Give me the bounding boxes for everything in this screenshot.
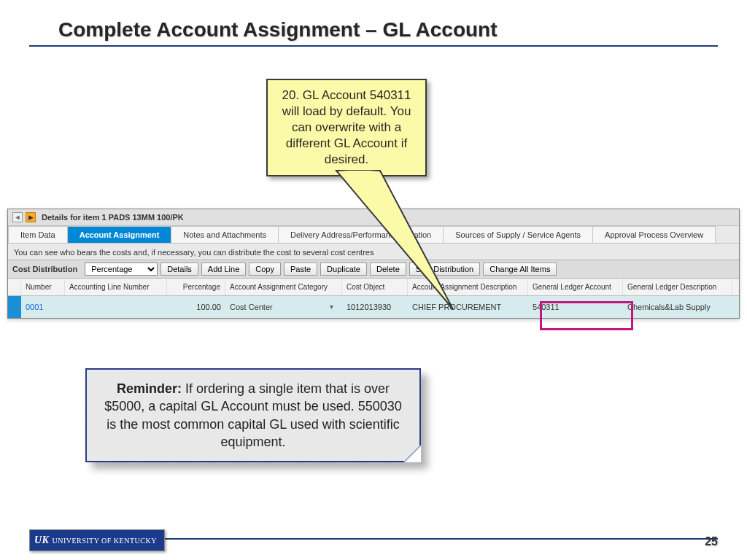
cell-number[interactable]: 0001 bbox=[21, 300, 65, 314]
page-title: Complete Account Assignment – GL Account bbox=[29, 0, 718, 47]
col-assignment-category: Account Assignment Category bbox=[225, 279, 342, 295]
copy-button[interactable]: Copy bbox=[249, 262, 281, 276]
col-accounting-line-number: Accounting Line Number bbox=[65, 279, 167, 295]
cost-distribution-label: Cost Distribution bbox=[12, 265, 77, 273]
col-general-ledger-description: General Ledger Description bbox=[623, 279, 732, 295]
uk-logo-text: UNIVERSITY OF KENTUCKY bbox=[52, 537, 156, 545]
callout-arrow-icon bbox=[336, 171, 526, 324]
panel-title: Details for item 1 PADS 13MM 100/PK bbox=[42, 213, 184, 222]
cell-general-ledger-account[interactable]: 540311 bbox=[528, 300, 623, 314]
tab-item-data[interactable]: Item Data bbox=[8, 226, 68, 243]
next-item-button[interactable]: ▶ bbox=[26, 212, 36, 222]
row-selector[interactable] bbox=[8, 296, 21, 318]
cell-assignment-category[interactable]: Cost Center▾ bbox=[225, 300, 342, 314]
prev-item-button[interactable]: ◄ bbox=[12, 212, 23, 222]
page-curl-icon bbox=[403, 445, 421, 462]
tab-notes-attachments[interactable]: Notes and Attachments bbox=[171, 226, 279, 243]
paste-button[interactable]: Paste bbox=[284, 262, 317, 276]
page-number: 25 bbox=[705, 535, 718, 548]
tab-account-assignment[interactable]: Account Assignment bbox=[67, 226, 172, 243]
details-button[interactable]: Details bbox=[160, 262, 198, 276]
chevron-down-icon[interactable]: ▾ bbox=[330, 303, 333, 311]
reminder-box: Reminder: If ordering a single item that… bbox=[85, 368, 421, 462]
uk-mark: UK bbox=[34, 534, 49, 546]
reminder-label: Reminder: bbox=[117, 381, 182, 396]
callout-text: 20. GL Account 540311 will load by defau… bbox=[266, 79, 427, 176]
uk-logo: UK UNIVERSITY OF KENTUCKY bbox=[29, 529, 165, 551]
cell-general-ledger-description: Chemicals&Lab Supply bbox=[623, 300, 732, 314]
col-general-ledger-account: General Ledger Account bbox=[528, 279, 623, 295]
cell-percentage: 100.00 bbox=[167, 300, 225, 314]
tab-approval-process[interactable]: Approval Process Overview bbox=[592, 226, 716, 243]
svg-marker-0 bbox=[336, 171, 453, 309]
add-line-button[interactable]: Add Line bbox=[201, 262, 246, 276]
footer-rule: UK UNIVERSITY OF KENTUCKY bbox=[29, 538, 718, 540]
col-number: Number bbox=[21, 279, 65, 295]
cost-distribution-select[interactable]: Percentage bbox=[85, 262, 158, 276]
cell-accounting-line-number bbox=[65, 304, 167, 310]
col-percentage: Percentage bbox=[167, 279, 225, 295]
callout: 20. GL Account 540311 will load by defau… bbox=[266, 79, 427, 176]
